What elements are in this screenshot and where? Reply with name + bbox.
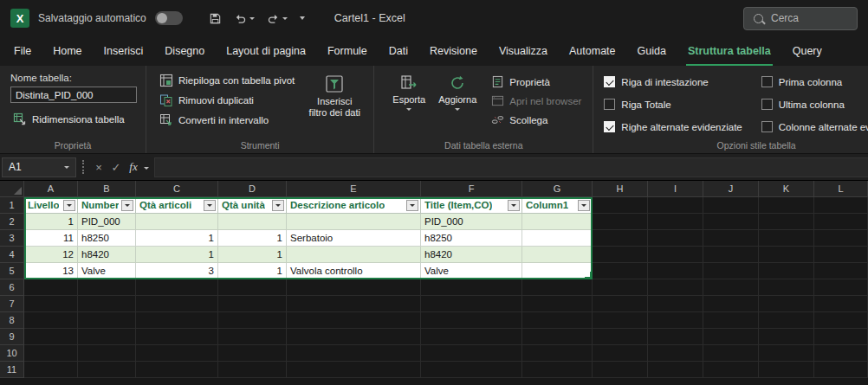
cell[interactable] [759, 296, 814, 312]
cell[interactable] [522, 312, 593, 329]
table-header-cell[interactable]: Qtà unità [218, 197, 287, 214]
cell[interactable] [287, 214, 421, 230]
cell[interactable] [218, 214, 287, 230]
cell[interactable] [814, 362, 868, 378]
cell[interactable] [703, 214, 759, 230]
cell[interactable] [759, 279, 814, 296]
cell[interactable] [78, 362, 136, 378]
column-header-B[interactable]: B [78, 181, 136, 197]
cell[interactable] [522, 214, 593, 230]
cell[interactable] [136, 279, 218, 296]
row-header-1[interactable]: 1 [0, 197, 24, 214]
row-header-11[interactable]: 11 [0, 362, 24, 378]
filter-dropdown-button[interactable] [406, 200, 418, 211]
cell[interactable] [593, 230, 648, 247]
cell[interactable] [759, 263, 814, 279]
undo-button[interactable] [230, 10, 258, 28]
cell[interactable] [24, 279, 78, 296]
cell[interactable]: 1 [24, 214, 78, 230]
checkbox-ultima-colonna[interactable]: Ultima colonna [761, 94, 868, 114]
cell[interactable] [648, 197, 703, 214]
cell[interactable] [24, 312, 78, 329]
cell[interactable]: h8420 [78, 247, 136, 263]
external-properties-button[interactable]: Proprietà [489, 74, 584, 90]
table-header-cell[interactable]: Livello [24, 197, 78, 214]
cell[interactable] [759, 214, 814, 230]
cell[interactable] [593, 312, 648, 329]
cell[interactable]: Valve [421, 263, 522, 279]
tab-layout-di-pagina[interactable]: Layout di pagina [226, 36, 306, 66]
column-header-E[interactable]: E [287, 181, 421, 197]
cell[interactable] [421, 362, 522, 378]
row-header-6[interactable]: 6 [0, 279, 24, 296]
column-header-A[interactable]: A [24, 181, 78, 197]
table-name-input[interactable] [10, 87, 137, 103]
cell[interactable] [759, 345, 814, 362]
table-header-cell[interactable]: Descrizione articolo [287, 197, 421, 214]
checkbox-righe-alternate-evidenziate[interactable]: Righe alternate evidenziate [604, 117, 742, 137]
name-box[interactable]: A1 [2, 157, 76, 177]
cell[interactable] [648, 214, 703, 230]
cell[interactable] [522, 296, 593, 312]
cell[interactable]: 11 [24, 230, 78, 247]
cell[interactable] [814, 197, 868, 214]
row-header-10[interactable]: 10 [0, 345, 24, 362]
confirm-entry-button[interactable]: ✓ [107, 161, 125, 174]
cell[interactable] [703, 312, 759, 329]
column-header-I[interactable]: I [648, 181, 703, 197]
cell[interactable] [593, 247, 648, 263]
cell[interactable] [593, 362, 648, 378]
cell[interactable] [136, 296, 218, 312]
checkbox-riga-di-intestazione[interactable]: Riga di intestazione [604, 72, 742, 92]
unlink-button[interactable]: Scollega [489, 112, 584, 128]
cell[interactable] [648, 329, 703, 345]
cell[interactable]: 13 [24, 263, 78, 279]
filter-dropdown-button[interactable] [121, 200, 133, 211]
cell[interactable] [24, 345, 78, 362]
cell[interactable] [648, 279, 703, 296]
column-header-F[interactable]: F [421, 181, 522, 197]
cell[interactable] [593, 345, 648, 362]
cell[interactable] [218, 362, 287, 378]
search-box[interactable]: Cerca [743, 7, 858, 30]
cell[interactable] [421, 345, 522, 362]
tab-query[interactable]: Query [793, 36, 822, 66]
cell[interactable] [522, 329, 593, 345]
cell[interactable] [287, 279, 421, 296]
cell[interactable] [648, 345, 703, 362]
cell[interactable] [814, 329, 868, 345]
cell[interactable] [703, 362, 759, 378]
cell[interactable] [78, 329, 136, 345]
cell[interactable]: h8250 [78, 230, 136, 247]
cell[interactable] [522, 279, 593, 296]
cell[interactable] [522, 362, 593, 378]
refresh-button[interactable]: Aggiorna [433, 72, 482, 128]
cell[interactable] [78, 345, 136, 362]
cell[interactable]: 12 [24, 247, 78, 263]
cell[interactable] [522, 247, 593, 263]
cell[interactable]: 1 [218, 263, 287, 279]
cell[interactable] [593, 263, 648, 279]
cell[interactable] [648, 362, 703, 378]
cell[interactable] [136, 214, 218, 230]
convert-to-range-button[interactable]: Converti in intervallo [157, 112, 297, 129]
tab-revisione[interactable]: Revisione [430, 36, 477, 66]
table-header-cell[interactable]: Column1 [522, 197, 593, 214]
tab-inserisci[interactable]: Inserisci [104, 36, 144, 66]
summarize-pivot-button[interactable]: Riepiloga con tabella pivot [157, 72, 297, 89]
cell[interactable] [218, 296, 287, 312]
cell[interactable]: Serbatoio [287, 230, 421, 247]
row-header-5[interactable]: 5 [0, 263, 24, 279]
cell[interactable]: 3 [136, 263, 218, 279]
cell[interactable] [287, 247, 421, 263]
formula-bar-handle[interactable] [82, 160, 84, 174]
filter-dropdown-button[interactable] [578, 200, 590, 211]
cell[interactable] [648, 263, 703, 279]
cell[interactable]: 1 [136, 230, 218, 247]
table-header-cell[interactable]: Title (Item,CO) [421, 197, 522, 214]
tab-home[interactable]: Home [53, 36, 81, 66]
tab-automate[interactable]: Automate [569, 36, 616, 66]
cell[interactable] [78, 296, 136, 312]
cell[interactable]: PID_000 [78, 214, 136, 230]
tab-file[interactable]: File [14, 36, 31, 66]
